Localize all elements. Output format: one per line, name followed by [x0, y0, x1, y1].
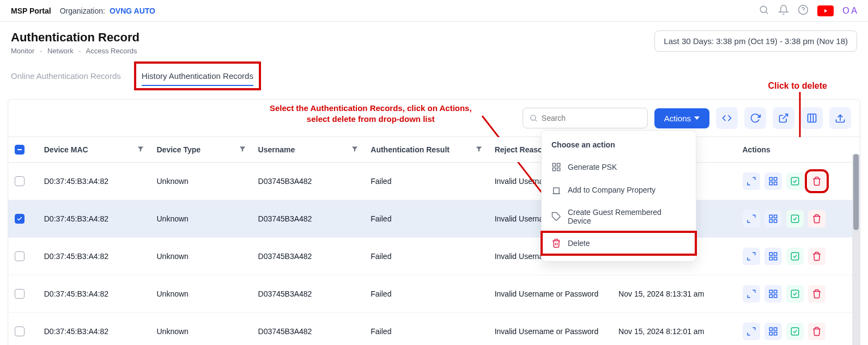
row-approve-button[interactable]: [786, 285, 804, 303]
avatar[interactable]: O A: [842, 6, 857, 16]
tab-history[interactable]: History Authentication Records: [142, 66, 253, 86]
dropdown-generate-psk[interactable]: Generate PSK: [542, 156, 696, 178]
caret-down-icon: [694, 116, 700, 120]
col-device-type[interactable]: Device Type: [150, 137, 251, 163]
svg-line-1: [766, 12, 768, 14]
row-expand-button[interactable]: [743, 210, 760, 227]
row-checkbox[interactable]: [15, 326, 25, 336]
svg-rect-26: [769, 182, 772, 185]
row-expand-button[interactable]: [743, 323, 760, 340]
external-link-button[interactable]: [773, 107, 794, 129]
tab-online[interactable]: Online Authentication Records: [11, 66, 121, 86]
cell-mac: D0:37:45:B3:A4:82: [38, 238, 150, 275]
cell-result: Failed: [364, 313, 488, 346]
page-title: Authentication Record: [11, 30, 139, 45]
scrollbar-track[interactable]: [852, 154, 860, 345]
row-checkbox[interactable]: [15, 289, 25, 299]
cell-type: Unknown: [150, 200, 251, 238]
cell-result: Failed: [364, 163, 488, 200]
bell-icon[interactable]: [778, 4, 789, 17]
row-qr-button[interactable]: [764, 172, 782, 190]
svg-rect-37: [774, 257, 776, 260]
cell-user: D03745B3A482: [252, 313, 365, 346]
row-qr-button[interactable]: [764, 285, 782, 303]
filter-icon[interactable]: [239, 145, 246, 155]
svg-rect-27: [774, 182, 776, 185]
records-table: Device MAC Device Type Username Authenti…: [8, 137, 860, 345]
filter-icon[interactable]: [475, 145, 483, 155]
row-delete-button[interactable]: [808, 248, 825, 265]
breadcrumb-monitor[interactable]: Monitor: [11, 47, 34, 55]
breadcrumb-access-records[interactable]: Access Records: [86, 47, 137, 55]
filter-icon[interactable]: [351, 145, 359, 155]
row-expand-button[interactable]: [743, 172, 760, 190]
svg-line-9: [782, 114, 787, 119]
col-auth-result[interactable]: Authentication Result: [364, 137, 488, 163]
organization-name[interactable]: OVNG AUTO: [110, 7, 155, 15]
page-header: Authentication Record Monitor - Network …: [0, 22, 868, 61]
row-expand-button[interactable]: [743, 285, 760, 303]
annotation-tab-highlight: History Authentication Records: [134, 61, 261, 90]
expand-columns-button[interactable]: [716, 107, 738, 129]
row-qr-button[interactable]: [764, 323, 782, 340]
row-qr-button[interactable]: [764, 210, 782, 227]
svg-rect-28: [791, 177, 799, 185]
search-icon: [529, 114, 538, 122]
svg-rect-36: [769, 257, 772, 260]
columns-button[interactable]: [801, 107, 823, 129]
row-approve-button[interactable]: [786, 248, 804, 265]
scrollbar-thumb[interactable]: [853, 154, 859, 230]
cell-type: Unknown: [150, 163, 251, 200]
row-checkbox[interactable]: [15, 214, 25, 224]
cell-user: D03745B3A482: [252, 200, 365, 238]
table-row: D0:37:45:B3:A4:82UnknownD03745B3A482Fail…: [8, 275, 860, 313]
search-icon[interactable]: [758, 4, 769, 17]
col-username[interactable]: Username: [252, 137, 365, 163]
svg-rect-31: [769, 220, 772, 223]
dropdown-create-guest[interactable]: Create Guest Remembered Device: [542, 201, 696, 232]
row-delete-button[interactable]: [808, 323, 825, 340]
row-checkbox[interactable]: [15, 251, 25, 261]
row-delete-button[interactable]: [808, 210, 825, 227]
export-button[interactable]: [829, 107, 851, 129]
row-qr-button[interactable]: [764, 248, 782, 265]
svg-rect-24: [769, 177, 772, 180]
svg-rect-42: [774, 295, 776, 298]
actions-dropdown: Choose an action Generate PSK Add to Com…: [541, 130, 696, 262]
svg-rect-20: [554, 188, 560, 194]
svg-rect-18: [553, 168, 555, 171]
svg-rect-46: [769, 332, 772, 335]
table-row: D0:37:45:B3:A4:82UnknownD03745B3A482Fail…: [8, 200, 860, 238]
dropdown-delete[interactable]: Delete: [542, 232, 696, 255]
row-delete-button[interactable]: [808, 285, 825, 303]
svg-rect-30: [774, 215, 776, 218]
svg-rect-41: [769, 295, 772, 298]
dropdown-add-company[interactable]: Add to Company Property: [542, 178, 696, 201]
svg-rect-32: [774, 220, 776, 223]
date-range-picker[interactable]: Last 30 Days: 3:38 pm (Oct 19) - 3:38 pm…: [654, 30, 857, 52]
row-approve-button[interactable]: [786, 323, 804, 340]
search-input[interactable]: [523, 108, 648, 128]
help-icon[interactable]: [798, 4, 809, 17]
svg-rect-17: [557, 163, 560, 166]
svg-point-0: [761, 6, 767, 13]
col-device-mac[interactable]: Device MAC: [38, 137, 150, 163]
cell-user: D03745B3A482: [252, 275, 365, 313]
cell-result: Failed: [364, 200, 488, 238]
breadcrumb: Monitor - Network - Access Records: [11, 47, 139, 55]
select-all-checkbox[interactable]: [15, 145, 25, 155]
filter-icon[interactable]: [137, 145, 144, 155]
refresh-button[interactable]: [744, 107, 766, 129]
row-approve-button[interactable]: [786, 172, 804, 190]
youtube-icon[interactable]: [817, 5, 834, 16]
row-approve-button[interactable]: [786, 210, 804, 227]
actions-button[interactable]: Actions: [654, 108, 709, 128]
annotation-click-delete: Click to delete: [768, 81, 827, 91]
row-expand-button[interactable]: [743, 248, 760, 265]
row-delete-button[interactable]: [808, 172, 825, 190]
cell-user: D03745B3A482: [252, 163, 365, 200]
svg-rect-19: [557, 168, 560, 171]
row-checkbox[interactable]: [15, 176, 25, 186]
cell-mac: D0:37:45:B3:A4:82: [38, 313, 150, 346]
breadcrumb-network[interactable]: Network: [47, 47, 74, 55]
